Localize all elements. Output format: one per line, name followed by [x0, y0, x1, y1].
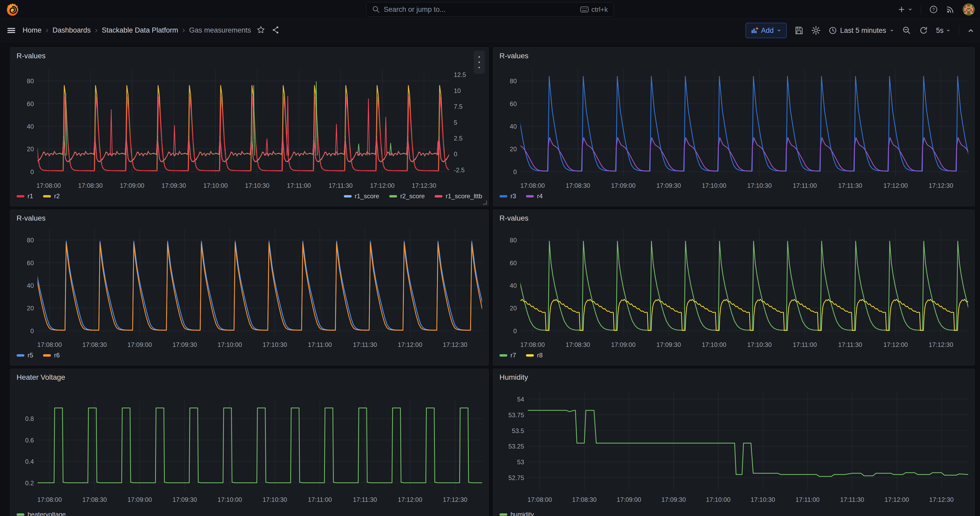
time-range-picker[interactable]: Last 5 minutes — [829, 26, 895, 35]
add-button-label: Add — [761, 27, 774, 35]
y-axis-right-tick-label: 5 — [454, 119, 457, 126]
series-r7 — [493, 241, 975, 330]
x-axis-tick-label: 17:11:30 — [353, 496, 377, 503]
series-r2 — [10, 86, 488, 171]
legend-group-left: humidity — [500, 511, 534, 516]
legend-item-r1_score_lttb[interactable]: r1_score_lttb — [434, 193, 482, 200]
rss-icon — [946, 5, 955, 14]
y-axis-tick-label: 80 — [510, 78, 517, 84]
save-icon — [794, 26, 803, 35]
panel-r-values-2: R-values 02040608017:08:0017:08:3017:09:… — [493, 47, 975, 206]
panel-title[interactable]: Humidity — [500, 373, 528, 382]
panel-title[interactable]: Heater Voltage — [16, 373, 65, 382]
x-axis-tick-label: 17:10:30 — [262, 341, 287, 348]
legend-item-r3[interactable]: r3 — [500, 193, 516, 200]
panel-legend: r1r2r1_scorer2_scorer1_score_lttb — [16, 193, 482, 200]
panel-menu-button[interactable] — [474, 51, 485, 74]
collapse-toolbar-button[interactable] — [967, 27, 975, 34]
panel-title[interactable]: R-values — [500, 52, 528, 60]
topbar-actions: ? — [897, 0, 975, 19]
legend-item-r7[interactable]: r7 — [500, 352, 516, 359]
legend-group-left: r1r2 — [16, 193, 60, 200]
chevron-down-icon — [889, 28, 894, 33]
legend-item-r1[interactable]: r1 — [16, 193, 33, 200]
legend-label: r1_score — [355, 193, 379, 200]
breadcrumb-home[interactable]: Home — [22, 26, 41, 34]
series-r1_score — [10, 138, 488, 162]
help-icon: ? — [929, 5, 938, 14]
dashboard-settings-button[interactable] — [811, 26, 821, 35]
search-shortcut-label: ctrl+k — [591, 5, 608, 14]
panel-r-values-4: R-values 02040608017:08:0017:08:3017:09:… — [493, 210, 975, 366]
grafana-logo[interactable] — [6, 3, 19, 16]
help-button[interactable]: ? — [929, 5, 938, 14]
breadcrumb-folder[interactable]: Stackable Data Platform — [102, 26, 178, 34]
y-axis-tick-label: 20 — [510, 145, 517, 153]
panel-resize-handle[interactable] — [483, 201, 487, 205]
legend-item-heatervoltage[interactable]: heatervoltage — [16, 511, 65, 516]
legend-item-r2[interactable]: r2 — [43, 193, 60, 200]
legend-item-r4[interactable]: r4 — [526, 193, 542, 200]
x-axis-tick-label: 17:08:30 — [566, 341, 590, 348]
new-button[interactable] — [897, 5, 913, 14]
legend-item-r8[interactable]: r8 — [526, 352, 542, 359]
panel-legend: r5r6 — [16, 352, 482, 359]
search-shortcut: ctrl+k — [580, 5, 608, 14]
legend-item-r1_score[interactable]: r1_score — [344, 193, 379, 200]
legend-label: humidity — [511, 511, 534, 516]
global-search[interactable]: ctrl+k — [366, 2, 614, 17]
refresh-button[interactable] — [919, 26, 928, 35]
x-axis-tick-label: 17:12:30 — [443, 496, 467, 503]
x-axis-tick-label: 17:10:00 — [702, 182, 726, 189]
user-avatar[interactable] — [963, 3, 975, 16]
zoom-out-button[interactable] — [902, 26, 911, 35]
legend-item-humidity[interactable]: humidity — [500, 511, 534, 516]
series-r3 — [493, 76, 975, 171]
legend-swatch — [500, 354, 508, 357]
search-input[interactable] — [384, 5, 577, 14]
grid — [528, 392, 968, 490]
panel-title[interactable]: R-values — [500, 214, 528, 222]
panel-title[interactable]: R-values — [16, 52, 45, 60]
add-panel-button[interactable]: Add — [746, 23, 787, 38]
legend-swatch — [16, 195, 24, 197]
x-axis-tick-label: 17:12:00 — [370, 182, 395, 189]
legend-label: r2 — [54, 193, 60, 200]
favorite-star-button[interactable] — [257, 26, 265, 35]
x-axis-tick-label: 17:08:00 — [37, 496, 62, 503]
legend-label: r2_score — [400, 193, 425, 200]
news-button[interactable] — [946, 5, 955, 14]
legend-item-r5[interactable]: r5 — [16, 352, 33, 359]
breadcrumb-separator: › — [182, 26, 185, 34]
legend-swatch — [389, 195, 397, 197]
x-axis-tick-label: 17:09:30 — [172, 496, 197, 503]
add-panel-icon — [751, 27, 759, 34]
breadcrumb-dashboards[interactable]: Dashboards — [52, 26, 91, 34]
legend-group-left: heatervoltage — [16, 511, 65, 516]
menu-toggle-button[interactable] — [7, 26, 16, 35]
legend-item-r6[interactable]: r6 — [43, 352, 60, 359]
panel-legend: r3r4 — [500, 193, 968, 200]
legend-item-r2_score[interactable]: r2_score — [389, 193, 425, 200]
share-button[interactable] — [271, 26, 280, 35]
x-axis-tick-label: 17:12:00 — [883, 341, 908, 348]
y-axis-right-tick-label: 0 — [454, 150, 457, 158]
gear-icon — [811, 26, 821, 35]
panel-title[interactable]: R-values — [16, 214, 45, 222]
x-axis-tick-label: 17:12:00 — [885, 496, 909, 503]
grid — [520, 229, 968, 335]
y-axis-tick-label: 60 — [510, 100, 517, 107]
x-axis-tick-label: 17:09:00 — [120, 182, 144, 189]
refresh-interval-picker[interactable]: 5s — [936, 27, 951, 35]
panel-humidity: Humidity 52.755353.2553.553.755417:08:00… — [493, 369, 975, 516]
breadcrumb-current: Gas measurements — [189, 26, 251, 34]
x-axis-tick-label: 17:11:00 — [795, 496, 819, 503]
x-axis-tick-label: 17:11:30 — [329, 182, 353, 189]
x-axis-tick-label: 17:08:00 — [520, 341, 544, 348]
x-axis-tick-label: 17:12:30 — [412, 182, 436, 189]
x-axis-tick-label: 17:09:00 — [611, 182, 635, 189]
y-axis-right-tick-label: 2.5 — [454, 135, 463, 142]
grid — [38, 229, 482, 335]
legend-swatch — [344, 195, 352, 197]
save-dashboard-button[interactable] — [794, 26, 803, 35]
